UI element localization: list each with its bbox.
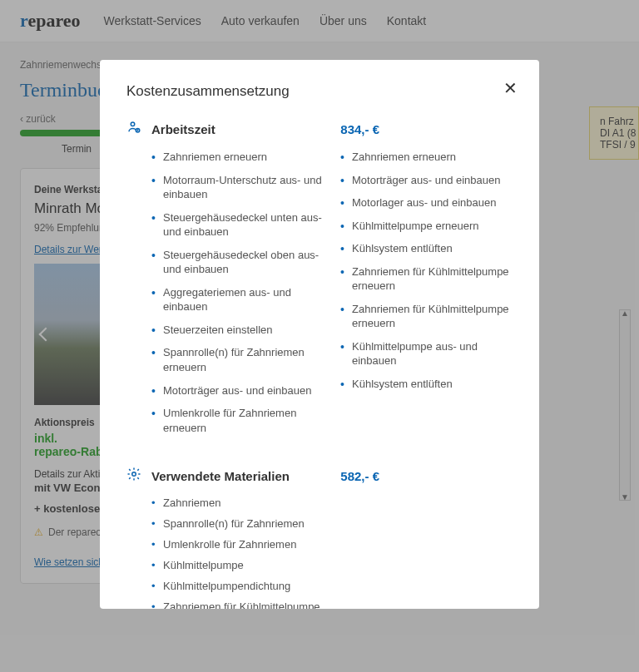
modal-overlay[interactable]: ✕ Kostenzusammensetzung Arbeitszeit 834,… <box>0 0 639 672</box>
person-icon <box>126 120 143 138</box>
list-item: Motorträger aus- und einbauen <box>151 383 324 398</box>
materials-price: 582,- € <box>340 469 379 483</box>
list-item: Kühlmittelpumpendichtung <box>151 580 513 592</box>
list-item: Zahnriemen <box>151 497 513 509</box>
list-item: Kühlsystem entlüften <box>340 377 513 392</box>
section-work-header: Arbeitszeit 834,- € <box>126 120 513 138</box>
work-items-columns: Zahnriemen erneuernMotorraum-Unterschutz… <box>151 150 513 443</box>
section-materials-header: Verwendete Materialien 582,- € <box>126 467 513 485</box>
list-item: Zahnriemen für Kühlmittelpumpe erneuern <box>340 302 513 331</box>
list-item: Steuergehäusedeckel oben aus- und einbau… <box>151 248 324 277</box>
gear-icon <box>126 467 143 485</box>
list-item: Kühlmittelpumpe erneuern <box>340 219 513 234</box>
list-item: Spannrolle(n) für Zahnriemen erneuern <box>151 345 324 374</box>
materials-title: Verwendete Materialien <box>151 469 332 483</box>
list-item: Kühlmittelpumpe <box>151 559 513 571</box>
list-item: Motorlager aus- und einbauen <box>340 195 513 210</box>
list-item: Motorträger aus- und einbauen <box>340 173 513 188</box>
list-item: Steuergehäusedeckel unten aus- und einba… <box>151 210 324 240</box>
list-item: Umlenkrolle für Zahnriemen erneuern <box>151 406 324 435</box>
list-item: Steuerzeiten einstellen <box>151 323 324 338</box>
list-item: Zahnriemen erneuern <box>151 150 324 165</box>
list-item: Kühlmittelpumpe aus- und einbauen <box>340 339 513 368</box>
list-item: Spannrolle(n) für Zahnriemen <box>151 517 513 530</box>
modal-title: Kostenzusammensetzung <box>126 83 513 100</box>
list-item: Zahnriemen erneuern <box>340 150 513 165</box>
list-item: Zahnriemen für Kühlmittelpumpe erneuern <box>340 264 513 294</box>
list-item: Motorraum-Unterschutz aus- und einbauen <box>151 173 324 202</box>
work-title: Arbeitszeit <box>151 122 332 136</box>
list-item: Zahnriemen für Kühlmittelpumpe <box>151 600 513 609</box>
list-item: Kühlsystem entlüften <box>340 241 513 256</box>
svg-point-0 <box>131 122 135 126</box>
work-price: 834,- € <box>340 122 379 136</box>
list-item: Aggregateriemen aus- und einbauen <box>151 285 324 314</box>
cost-modal: ✕ Kostenzusammensetzung Arbeitszeit 834,… <box>100 60 539 609</box>
svg-point-2 <box>132 472 136 477</box>
materials-items: ZahnriemenSpannrolle(n) für ZahnriemenUm… <box>151 497 513 609</box>
list-item: Umlenkrolle für Zahnriemen <box>151 538 513 551</box>
close-button[interactable]: ✕ <box>503 80 518 96</box>
